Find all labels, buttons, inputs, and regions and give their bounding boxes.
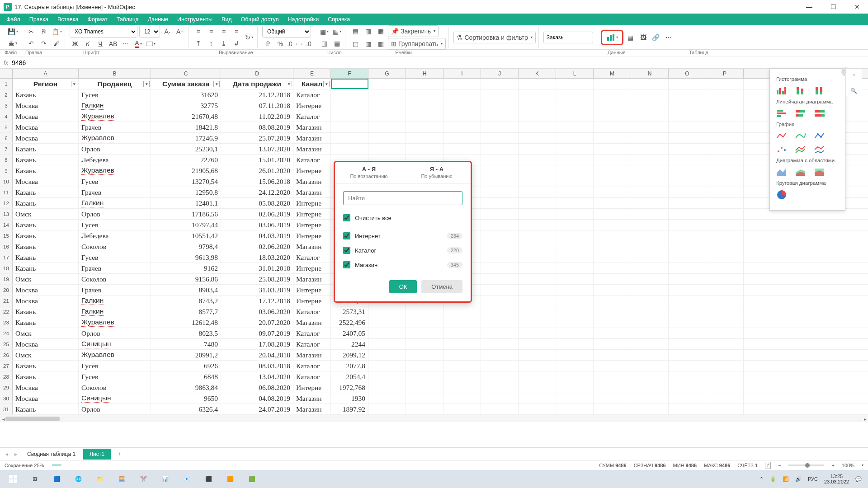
cell[interactable]: 06.08.2020 xyxy=(221,382,293,393)
align-right-button[interactable]: ≡ xyxy=(218,26,229,37)
cell[interactable]: Лебедева xyxy=(79,230,151,241)
cell[interactable] xyxy=(519,296,556,306)
sort-desc-button[interactable]: Я - А По убыванию xyxy=(403,162,471,183)
cell[interactable] xyxy=(331,100,368,111)
valign-bot-button[interactable]: ⤓ xyxy=(218,38,229,49)
taskbar-snip-icon[interactable]: ✂️ xyxy=(133,470,154,488)
cell[interactable] xyxy=(669,111,706,122)
cell[interactable] xyxy=(594,252,631,263)
cell[interactable]: 2054,4 xyxy=(331,371,368,382)
cell[interactable]: Омск xyxy=(13,328,79,338)
cell[interactable] xyxy=(631,274,669,284)
cell[interactable]: Москва xyxy=(13,339,79,349)
filter-item-shop[interactable]: Магазин 345 xyxy=(335,258,471,272)
cell[interactable]: 6326,4 xyxy=(151,404,221,414)
cell[interactable]: 8577,7 xyxy=(151,306,221,317)
font-select[interactable]: XO Thames xyxy=(70,26,137,38)
cell[interactable]: 25.08.2019 xyxy=(221,274,293,284)
cell[interactable] xyxy=(368,361,406,371)
cell[interactable] xyxy=(706,89,744,100)
cell[interactable] xyxy=(443,328,481,338)
filter-item-catalog[interactable]: Каталог 220 xyxy=(335,243,471,258)
copy-button[interactable]: ⎘ xyxy=(38,26,49,37)
cell[interactable] xyxy=(406,393,443,404)
cell[interactable] xyxy=(669,187,706,197)
cell[interactable] xyxy=(706,317,744,328)
col-header-N[interactable]: N xyxy=(631,69,669,78)
header-0[interactable]: Регион▾ xyxy=(13,79,79,89)
col-header-J[interactable]: J xyxy=(481,69,519,78)
cell[interactable] xyxy=(594,328,631,338)
cell[interactable]: 15.01.2020 xyxy=(221,155,293,165)
cell[interactable]: Грачев xyxy=(79,187,151,197)
redo-button[interactable]: ↷ xyxy=(38,38,49,49)
cell[interactable] xyxy=(669,393,706,404)
cell[interactable]: 12612,48 xyxy=(151,317,221,328)
cell[interactable] xyxy=(631,144,669,154)
cell[interactable] xyxy=(631,241,669,252)
cell[interactable]: Соколов xyxy=(79,274,151,284)
cell[interactable]: 9863,84 xyxy=(151,382,221,393)
cell[interactable] xyxy=(519,382,556,393)
tray-clock[interactable]: 13:2523.03.2022 xyxy=(824,474,849,484)
cell[interactable] xyxy=(669,220,706,230)
cell[interactable]: Журавлев xyxy=(79,133,151,143)
cell[interactable] xyxy=(481,306,519,317)
align-justify-button[interactable]: ≡ xyxy=(231,26,242,37)
cell[interactable] xyxy=(631,317,669,328)
cell[interactable] xyxy=(443,317,481,328)
chart-line-smooth[interactable] xyxy=(795,131,806,141)
cell[interactable] xyxy=(669,155,706,165)
cell[interactable]: 6848 xyxy=(151,371,221,382)
taskbar-edge-icon[interactable]: 🌐 xyxy=(68,470,89,488)
cell[interactable]: Гусев xyxy=(79,176,151,187)
cell[interactable]: Каталог xyxy=(293,306,331,317)
taskbar-app-1[interactable]: 🟦 xyxy=(46,470,67,488)
cell[interactable]: 20.07.2020 xyxy=(221,317,293,328)
cell[interactable]: Интерне xyxy=(293,220,331,230)
cell[interactable] xyxy=(631,350,669,360)
cell[interactable] xyxy=(368,100,406,111)
cell[interactable] xyxy=(519,133,556,143)
cell[interactable] xyxy=(331,89,368,100)
minimize-button[interactable]: — xyxy=(802,1,817,12)
more-button[interactable]: ⋯ xyxy=(663,32,674,43)
cell[interactable] xyxy=(519,209,556,219)
more-font-button[interactable]: ⋯ xyxy=(120,38,131,49)
cell[interactable]: 17246,9 xyxy=(151,133,221,143)
cell[interactable]: Москва xyxy=(13,111,79,122)
sort-asc-button[interactable]: А - Я По возрастанию xyxy=(335,162,403,183)
cell[interactable] xyxy=(594,285,631,295)
cell[interactable] xyxy=(669,230,706,241)
sidebar-search-icon[interactable]: 🔍 xyxy=(849,86,859,96)
cell[interactable] xyxy=(594,404,631,414)
print-button[interactable]: 🖶▾ xyxy=(7,38,18,49)
cell[interactable] xyxy=(519,404,556,414)
cell[interactable] xyxy=(556,393,594,404)
fx-icon[interactable]: fx xyxy=(4,59,8,66)
cell[interactable] xyxy=(669,371,706,382)
cell[interactable] xyxy=(368,382,406,393)
sidebar-expand-icon[interactable]: ⌃ xyxy=(849,71,859,81)
cell[interactable] xyxy=(443,111,481,122)
cell[interactable] xyxy=(631,361,669,371)
cell[interactable]: Каталог xyxy=(293,111,331,122)
font-size-select[interactable]: 12 xyxy=(139,26,160,38)
cell[interactable] xyxy=(594,317,631,328)
cell[interactable] xyxy=(706,198,744,208)
menu-insert[interactable]: Вставка xyxy=(53,14,83,24)
cell[interactable]: 05.08.2020 xyxy=(221,198,293,208)
cell[interactable] xyxy=(519,187,556,197)
filter-search-input[interactable] xyxy=(343,191,462,205)
cell[interactable] xyxy=(443,371,481,382)
merge-button[interactable]: ▦▾ xyxy=(319,26,330,37)
cell[interactable] xyxy=(669,404,706,414)
cell[interactable]: Москва xyxy=(13,393,79,404)
cell[interactable]: Магазин xyxy=(293,317,331,328)
cell[interactable] xyxy=(556,328,594,338)
cell[interactable]: Каталог xyxy=(293,89,331,100)
cell[interactable] xyxy=(331,111,368,122)
cell[interactable] xyxy=(594,89,631,100)
task-view-icon[interactable]: ⊞ xyxy=(24,470,45,488)
cell[interactable] xyxy=(669,176,706,187)
